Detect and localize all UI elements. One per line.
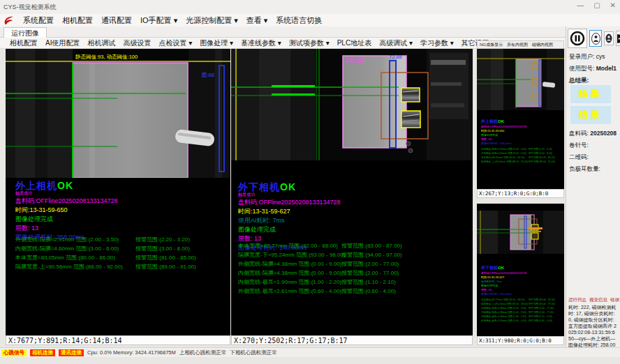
- login-user-value: cys: [596, 53, 605, 60]
- user-login-button[interactable]: [589, 30, 602, 47]
- tab-vision-info[interactable]: 视觉信息: [589, 297, 607, 303]
- measure-alarm: 报警范围:(2.20 - 3.20): [135, 236, 190, 243]
- mini-alarm: 报警范围:(83.00 - 87.00): [529, 298, 555, 301]
- threshold-label: 静态阈值:93, 动态阈值:100: [75, 54, 138, 60]
- login-user-row: 登录用户: cys: [569, 53, 605, 61]
- tool-learning-params[interactable]: 学习参数 ▾: [420, 38, 454, 48]
- right-barcode: 盘料码:OFFline20250208133134728: [238, 198, 473, 207]
- left-time: 时间:13-31-59-650: [15, 206, 230, 215]
- tool-camera-debug[interactable]: 相机调试: [87, 38, 115, 48]
- measure-value: 外侧宽线-隔膜=2.91mm 范围:(2.00 - 3.50): [15, 236, 119, 243]
- tool-plc-table[interactable]: PLC地址表: [337, 38, 371, 48]
- mini-measure: 内侧宽线-极耳=1.90mm 范围:(1.00 - 2.20): [481, 315, 526, 318]
- measure-alarm: 报警范围:(89.00 - 91.00): [135, 263, 196, 271]
- menu-item-system-config[interactable]: 系统配置: [23, 15, 54, 26]
- upper-camera-heartbeat-status: 上相机心跳检测正常: [179, 349, 227, 356]
- tab-magnet-views[interactable]: 磁钢内视图: [532, 42, 553, 48]
- small-view-top[interactable]: 外上相机OK 盘料码:OFFline20250208133134728 时间:1…: [477, 49, 564, 189]
- comm-link-badge: 通讯连接: [59, 349, 84, 356]
- tool-advanced-debug[interactable]: 高级调试 ▾: [379, 38, 413, 48]
- menu-item-io-config[interactable]: IO手配置 ▾: [140, 15, 177, 26]
- measure-alarm: 报警范围:(2.00 - 77.00): [341, 260, 399, 268]
- lower-camera-heartbeat-status: 下相机心跳检测正常: [230, 349, 277, 356]
- small-view-bottom-image: [477, 211, 564, 254]
- left-camera-image: 静态阈值:93, 动态阈值:100 图:88: [6, 49, 230, 178]
- small-view-top-overlay: 外上相机OK 盘料码:OFFline20250208133134728 时间:1…: [481, 116, 564, 165]
- measure-alarm: 报警范围:(3.00 - 8.00): [135, 245, 190, 252]
- mini-alarm: 报警范围:(81.00 - 85.00): [529, 156, 555, 159]
- menu-bar: 系统配置 相机配置 通讯配置 IO手配置 ▾ 光源控制配置 ▾ 查看 ▾ 系统语…: [0, 14, 620, 26]
- measure-value: 隔膜宽度-上=90.56mm 范围:(88.00 - 92.00): [15, 263, 123, 271]
- mini-measure: 本体宽度=83.77mm 范围:(82.00 - 88.00): [481, 298, 525, 301]
- measure-value: 本体宽度=83.77mm 范围:(82.00 - 88.00): [238, 242, 338, 250]
- control-buttons: [568, 29, 620, 48]
- tray-barcode-value: 20250208: [590, 130, 617, 137]
- mini-camera-title: 外下相机: [481, 266, 498, 270]
- tab-error-log[interactable]: 错误日志: [610, 297, 620, 303]
- tool-advanced-settings[interactable]: 高级设置: [123, 38, 151, 48]
- qr-code-label: 二维码:: [569, 153, 589, 162]
- measure-value: 外侧宽线-极耳=2.61mm 范围:(0.60 - 4.00): [238, 287, 341, 295]
- log-tabs: 运行日志 视觉信息 错误日志: [568, 297, 620, 303]
- tool-test-params[interactable]: 测试项参数 ▾: [289, 38, 330, 48]
- menu-item-comm-config[interactable]: 通讯配置: [101, 15, 132, 26]
- measure-value: 内侧宽线-极耳=1.90mm 范围:(1.00 - 2.20): [238, 278, 341, 286]
- measure-value: 内侧宽线-隔膜=4.60mm 范围:(3.00 - 6.00): [15, 245, 119, 252]
- tool-image-processing[interactable]: 图像处理 ▾: [200, 38, 233, 48]
- tool-camera-config[interactable]: 相机配置: [10, 38, 38, 48]
- status-bar: 心跳信号 相机连接 通讯连接 Cpu: 0.0% Memory: 3424.41…: [0, 347, 620, 357]
- menu-item-camera-config[interactable]: 相机配置: [62, 15, 93, 26]
- heartbeat-badge: 心跳信号: [1, 349, 27, 356]
- tab-bar: 运行图像: [0, 26, 620, 38]
- tool-baseline-params[interactable]: 基准线参数 ▾: [241, 38, 281, 48]
- cpu-memory-status: Cpu: 0.0% Memory: 3424.41796875M: [87, 349, 176, 356]
- tab-all-views[interactable]: 所有内视图: [507, 42, 528, 48]
- measure-alarm: 报警范围:(1.10 - 2.10): [341, 278, 396, 286]
- right-camera-panel[interactable]: AI检测框 72.88 外下相机OK 触发成功 盘料码:OFFline20250…: [231, 49, 473, 335]
- mini-alarm: 报警范围:(1.10 - 2.10): [529, 315, 552, 318]
- mini-alarm: 报警范围:(2.00 - 77.00): [529, 311, 554, 314]
- blue-value-label: 72.88: [389, 54, 402, 60]
- tool-spotcheck-settings[interactable]: 点检设置 ▾: [158, 38, 192, 48]
- window-title: CYS-视觉检测系统: [3, 3, 57, 12]
- tool-ai-config[interactable]: AI使用配置: [45, 38, 80, 48]
- exit-button[interactable]: [616, 31, 620, 46]
- tab-run-log[interactable]: 运行日志: [568, 297, 586, 303]
- mini-measure: 外侧宽线-极耳=2.61mm 范围:(0.60 - 4.00): [481, 319, 526, 322]
- model-label: 使用型号:: [569, 65, 594, 72]
- tab-count-label: 负极耳数量:: [569, 165, 600, 174]
- mini-alarm: 报警范围:(89.00 - 91.00): [529, 160, 555, 163]
- menu-item-view[interactable]: 查看 ▾: [246, 15, 268, 26]
- measure-alarm: 报警范围:(0.60 - 4.00): [341, 287, 396, 295]
- pause-button[interactable]: [568, 29, 587, 48]
- close-icon[interactable]: ✕: [610, 1, 616, 9]
- small-view-bottom-coordinate-bar: X:311;Y:980;R:0;G:0;B:0: [477, 336, 564, 345]
- measure-alarm: 报警范围:(94.00 - 97.00): [341, 251, 402, 259]
- mini-alarm: 报警范围:(0.60 - 4.00): [529, 319, 552, 322]
- left-barcode: 盘料码:OFFline20250208133134728: [15, 197, 230, 206]
- maximize-icon[interactable]: ▢: [593, 1, 600, 9]
- small-view-bottom[interactable]: 外下相机OK 盘料码:OFFline20250208133134728 时间:1…: [477, 204, 564, 336]
- mini-measure: 外侧宽线-隔膜=2.91mm 范围:(2.00 - 3.50): [481, 148, 526, 151]
- tab-ng-display[interactable]: NG成像显示: [480, 42, 503, 48]
- tab-run-image[interactable]: 运行图像: [3, 27, 47, 38]
- right-process-done: 图像处理完成: [238, 225, 473, 234]
- measure-alarm: 报警范围:(81.00 - 85.00): [135, 254, 196, 261]
- user-icon: [591, 33, 600, 45]
- measure-alarm: 报警范围:(83.00 - 87.00): [341, 242, 402, 250]
- measure-value: 隔膜宽度-下=95.24mm 范围:(93.00 - 98.00): [238, 251, 346, 259]
- user-dark-icon: [605, 33, 612, 43]
- tray-barcode-label: 盘料码:: [569, 130, 589, 137]
- total-result-label: 总结果:: [569, 77, 589, 85]
- menu-item-language[interactable]: 系统语言切换: [276, 15, 322, 26]
- menu-item-light-config[interactable]: 光源控制配置 ▾: [186, 15, 238, 26]
- minimize-icon[interactable]: —: [577, 1, 584, 9]
- left-camera-title: 外上相机: [15, 180, 57, 191]
- right-coordinate-bar: X:270;Y:2502;R:17;G:17;B:17: [231, 335, 473, 345]
- left-camera-panel[interactable]: 静态阈值:93, 动态阈值:100 图:88 外上相机OK 触发成功 盘料码:O…: [6, 49, 230, 335]
- right-camera-image: AI检测框 72.88: [231, 49, 473, 160]
- user-switch-button[interactable]: [604, 31, 614, 45]
- login-user-label: 登录用户:: [569, 53, 594, 60]
- model-value: Model1: [596, 65, 617, 72]
- small-view-top-coordinate-bar: X:267;Y:13;R:0;G:0;B:0: [477, 189, 564, 198]
